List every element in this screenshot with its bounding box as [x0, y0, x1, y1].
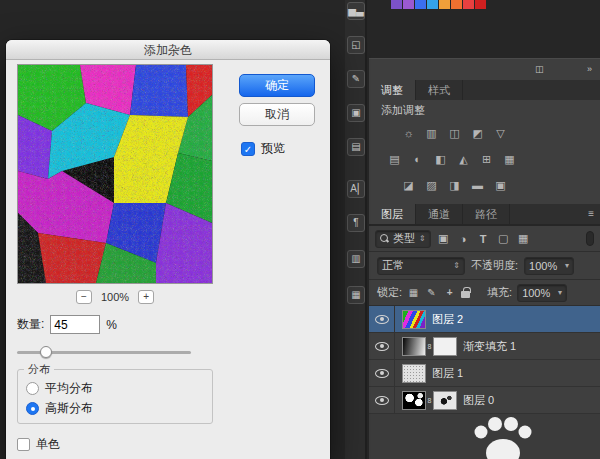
collapse-panels-icon[interactable]: »: [587, 64, 592, 74]
swatch[interactable]: [415, 0, 426, 9]
filter-smart-object-icon[interactable]: ▦: [516, 232, 531, 245]
layer-thumbnail[interactable]: [402, 310, 426, 329]
layer-name[interactable]: 图层 2: [432, 312, 463, 327]
invert-icon[interactable]: ◪: [399, 177, 418, 193]
gaussian-option[interactable]: 高斯分布: [18, 400, 212, 417]
eye-icon: [375, 369, 389, 378]
layer-thumbnail[interactable]: [402, 391, 426, 410]
opacity-value: 100%: [529, 260, 557, 272]
dialog-title[interactable]: 添加杂色: [6, 40, 330, 60]
filter-pixel-layers-icon[interactable]: ▣: [436, 232, 451, 245]
brightness-contrast-icon[interactable]: ☼: [399, 125, 418, 141]
filter-type-dropdown[interactable]: 类型 ⇕: [375, 230, 431, 248]
visibility-toggle[interactable]: [369, 333, 395, 359]
swatch[interactable]: [463, 0, 474, 9]
lock-paint-icon[interactable]: ✎: [425, 287, 438, 298]
mask-link-icon[interactable]: 8: [426, 343, 433, 350]
layer-name[interactable]: 图层 1: [432, 366, 463, 381]
visibility-toggle[interactable]: [369, 387, 395, 413]
layer-row-1[interactable]: 图层 1: [369, 360, 600, 387]
notes-panel-icon[interactable]: ▥: [347, 250, 365, 268]
layer-thumbnail[interactable]: [402, 337, 426, 356]
gradient-map-icon[interactable]: ▬: [468, 177, 487, 193]
amount-row: 数量: %: [17, 315, 117, 334]
fill-dropdown[interactable]: 100% ▾: [517, 284, 567, 302]
swatch[interactable]: [391, 0, 402, 9]
filter-adjustment-layers-icon[interactable]: ◑: [456, 233, 471, 245]
uniform-option[interactable]: 平均分布: [18, 380, 212, 397]
layer-row-0[interactable]: 8 图层 0: [369, 387, 600, 414]
uniform-label: 平均分布: [45, 380, 93, 397]
amount-input[interactable]: [50, 315, 100, 334]
blend-mode-row: 正常 ⇕ 不透明度: 100% ▾: [369, 252, 600, 280]
lock-move-icon[interactable]: +: [443, 287, 456, 298]
layers-tabbar: 图层 通道 路径 ≡: [369, 204, 600, 224]
hue-saturation-icon[interactable]: ▤: [385, 151, 404, 167]
layer-row-gradient-fill[interactable]: 8 渐变填充 1: [369, 333, 600, 360]
vibrance-icon[interactable]: ▽: [491, 125, 510, 141]
zoom-controls: − 100% +: [17, 290, 213, 304]
visibility-toggle[interactable]: [369, 306, 395, 332]
noise-preview[interactable]: [17, 64, 213, 284]
preview-option[interactable]: ✓ 预览: [241, 140, 285, 157]
ok-button[interactable]: 确定: [239, 74, 315, 97]
histogram-panel-icon[interactable]: ▅▃: [347, 2, 365, 20]
paragraph-panel-icon[interactable]: ¶: [347, 214, 365, 232]
navigator-panel-icon[interactable]: ◱: [347, 36, 365, 54]
channel-mixer-icon[interactable]: ⊞: [477, 151, 496, 167]
levels-icon[interactable]: ▥: [422, 125, 441, 141]
swatch[interactable]: [427, 0, 438, 9]
curves-icon[interactable]: ◫: [445, 125, 464, 141]
layer-comps-panel-icon[interactable]: ▤: [347, 138, 365, 156]
zoom-out-button[interactable]: −: [76, 290, 92, 304]
filter-toggle[interactable]: [586, 231, 594, 246]
lock-transparency-icon[interactable]: ▦: [407, 287, 420, 298]
panel-group-icon[interactable]: ◫: [535, 64, 544, 74]
checkbox-icon[interactable]: [17, 438, 30, 451]
mask-link-icon[interactable]: 8: [426, 397, 433, 404]
selective-color-icon[interactable]: ▣: [491, 177, 510, 193]
threshold-icon[interactable]: ◨: [445, 177, 464, 193]
layer-thumbnail[interactable]: [402, 364, 426, 383]
filter-shape-layers-icon[interactable]: ▢: [496, 232, 511, 245]
checkbox-checked-icon[interactable]: ✓: [241, 142, 255, 156]
color-balance-icon[interactable]: ◐: [408, 151, 427, 167]
swatch[interactable]: [403, 0, 414, 9]
layer-row-2[interactable]: 图层 2: [369, 306, 600, 333]
brush-panel-icon[interactable]: ✎: [347, 70, 365, 88]
properties-panel-icon[interactable]: ▦: [347, 286, 365, 304]
zoom-in-button[interactable]: +: [138, 290, 154, 304]
cancel-button[interactable]: 取消: [239, 103, 315, 126]
radio-icon[interactable]: [26, 382, 39, 395]
monochrome-option[interactable]: 单色: [17, 436, 60, 453]
swatch[interactable]: [451, 0, 462, 9]
black-white-icon[interactable]: ◧: [431, 151, 450, 167]
lock-all-icon[interactable]: [461, 287, 470, 298]
exposure-icon[interactable]: ◩: [468, 125, 487, 141]
color-lookup-icon[interactable]: ▦: [500, 151, 519, 167]
tab-paths[interactable]: 路径: [463, 204, 510, 224]
tab-styles[interactable]: 样式: [416, 80, 463, 100]
visibility-toggle[interactable]: [369, 360, 395, 386]
layer-name[interactable]: 图层 0: [463, 393, 494, 408]
radio-selected-icon[interactable]: [26, 402, 39, 415]
blend-mode-dropdown[interactable]: 正常 ⇕: [377, 257, 465, 275]
clone-source-panel-icon[interactable]: ▣: [347, 104, 365, 122]
character-panel-icon[interactable]: A⎢: [347, 180, 365, 198]
tab-adjustments[interactable]: 调整: [369, 80, 416, 100]
slider-thumb[interactable]: [40, 346, 52, 358]
layers-panel-menu-icon[interactable]: ≡: [588, 204, 600, 224]
opacity-dropdown[interactable]: 100% ▾: [524, 257, 574, 275]
photoshop-screen: ▅▃ ◱ ✎ ▣ ▤ A⎢ ¶ ▥ ▦ ◫ » 调整 样式 添加调整 ☼ ▥ ◫…: [0, 0, 600, 459]
swatch[interactable]: [439, 0, 450, 9]
posterize-icon[interactable]: ▨: [422, 177, 441, 193]
swatch[interactable]: [475, 0, 486, 9]
photo-filter-icon[interactable]: ◭: [454, 151, 473, 167]
filter-type-layers-icon[interactable]: T: [476, 233, 491, 245]
amount-slider[interactable]: [17, 346, 191, 358]
layer-mask-thumbnail[interactable]: [433, 337, 457, 356]
layer-mask-thumbnail[interactable]: [433, 391, 457, 410]
tab-channels[interactable]: 通道: [416, 204, 463, 224]
layer-name[interactable]: 渐变填充 1: [463, 339, 516, 354]
tab-layers[interactable]: 图层: [369, 204, 416, 224]
